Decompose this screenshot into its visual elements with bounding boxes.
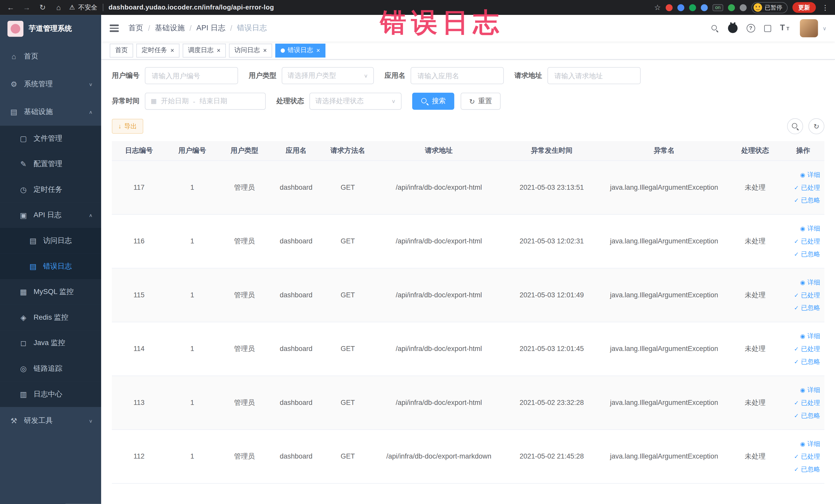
reset-button[interactable]: ↻ 重置 xyxy=(461,93,501,109)
sidebar-item[interactable]: ◷ 定时任务 xyxy=(0,177,101,203)
cell-user-id: 1 xyxy=(166,376,218,429)
app-logo[interactable]: 芋道管理系统 xyxy=(0,15,101,43)
select-caret-icon: ∨ xyxy=(364,73,368,79)
page-content: 用户编号 用户类型 请选择用户类型 ∨ 应用名 xyxy=(101,60,835,504)
processed-link[interactable]: ✓ 已处理 xyxy=(784,342,820,355)
user-type-select[interactable]: 请选择用户类型 ∨ xyxy=(282,67,374,84)
tab[interactable]: 调度日志 × xyxy=(183,43,226,57)
hamburger-icon[interactable] xyxy=(109,28,119,29)
back-icon[interactable]: ← xyxy=(5,3,16,12)
sidebar-item[interactable]: ▣ API 日志 ∧ xyxy=(0,202,101,228)
sidebar-item[interactable]: ▦ MySQL 监控 xyxy=(0,279,101,305)
ignored-link[interactable]: ✓ 已忽略 xyxy=(784,355,820,368)
extension-icon[interactable] xyxy=(701,4,708,11)
sidebar-item[interactable]: ◻ Java 监控 xyxy=(0,330,101,356)
breadcrumb-item[interactable]: 错误日志 xyxy=(237,23,267,33)
detail-link[interactable]: ◉ 详细 xyxy=(784,383,820,396)
extension-icon[interactable] xyxy=(728,4,735,11)
chevron-icon: ∨ xyxy=(89,418,93,423)
sidebar-item[interactable]: ⚙ 系统管理 ∨ xyxy=(0,70,101,98)
sidebar-item[interactable]: ◈ Redis 监控 xyxy=(0,305,101,330)
user-avatar[interactable] xyxy=(800,19,818,38)
cell-user-type: 管理员 xyxy=(219,268,270,322)
search-icon[interactable] xyxy=(711,24,719,32)
cell-user-id: 1 xyxy=(166,268,218,322)
detail-link[interactable]: ◉ 详细 xyxy=(784,276,820,288)
request-url-input[interactable] xyxy=(548,67,641,84)
processed-link[interactable]: ✓ 已处理 xyxy=(784,288,820,301)
processed-link[interactable]: ✓ 已处理 xyxy=(784,235,820,247)
avatar-caret-icon[interactable]: ∨ xyxy=(823,25,827,31)
bookmark-star-icon[interactable]: ☆ xyxy=(654,3,661,12)
tab-close-icon[interactable]: × xyxy=(263,47,267,54)
ignored-link[interactable]: ✓ 已忽略 xyxy=(784,247,820,260)
tab[interactable]: 首页 xyxy=(109,43,133,57)
security-badge[interactable]: ⚠ 不安全 xyxy=(69,3,97,12)
table-row: 112 1 管理员 dashboard GET /api/infra/db-do… xyxy=(112,429,824,483)
eye-icon: ◉ xyxy=(800,276,805,288)
forward-icon[interactable]: → xyxy=(21,3,32,12)
select-caret-icon: ∨ xyxy=(391,98,396,104)
breadcrumb-item[interactable]: 首页 xyxy=(128,23,143,33)
sidebar-item[interactable]: ▤ 基础设施 ∧ xyxy=(0,98,101,126)
font-size-icon[interactable] xyxy=(780,24,791,32)
cell-method: GET xyxy=(322,376,374,429)
toggle-search-button[interactable] xyxy=(787,118,803,134)
ignored-link[interactable]: ✓ 已忽略 xyxy=(784,301,820,314)
processed-link[interactable]: ✓ 已处理 xyxy=(784,396,820,409)
detail-link[interactable]: ◉ 详细 xyxy=(784,329,820,342)
search-button[interactable]: 搜索 xyxy=(412,93,454,109)
sidebar-item[interactable]: ⚒ 研发工具 ∨ xyxy=(0,407,101,435)
cell-method: GET xyxy=(322,268,374,322)
tab-label: 调度日志 xyxy=(188,46,213,55)
help-icon[interactable] xyxy=(747,24,755,32)
column-header: 异常名 xyxy=(599,141,729,160)
column-header: 处理状态 xyxy=(729,141,781,160)
sidebar-item[interactable]: ▥ 日志中心 xyxy=(0,381,101,407)
update-button[interactable]: 更新 xyxy=(792,2,816,13)
browser-menu-kebab-icon[interactable]: ⋮ xyxy=(821,3,830,11)
extension-on-badge[interactable]: on xyxy=(713,4,724,11)
extension-icon[interactable] xyxy=(740,4,747,11)
paused-badge[interactable]: 已暂停 xyxy=(751,2,788,13)
fullscreen-icon[interactable] xyxy=(764,25,771,32)
detail-link[interactable]: ◉ 详细 xyxy=(784,437,820,450)
ignored-link[interactable]: ✓ 已忽略 xyxy=(784,463,820,476)
export-button[interactable]: ↓ 导出 xyxy=(112,119,143,134)
tab[interactable]: 错误日志 × xyxy=(276,43,325,57)
ignored-link[interactable]: ✓ 已忽略 xyxy=(784,194,820,206)
breadcrumb-item[interactable]: API 日志 xyxy=(196,23,225,33)
refresh-button[interactable]: ↻ xyxy=(808,118,824,134)
app-name-input[interactable] xyxy=(411,67,504,84)
sidebar-item[interactable]: ▤ 错误日志 xyxy=(0,254,101,279)
tab-close-icon[interactable]: × xyxy=(316,47,320,54)
browser-home-icon[interactable]: ⌂ xyxy=(53,3,64,12)
process-status-select[interactable]: 请选择处理状态 ∨ xyxy=(309,93,402,109)
sidebar-item[interactable]: ▤ 访问日志 xyxy=(0,228,101,254)
extension-icon[interactable] xyxy=(666,4,673,11)
processed-link[interactable]: ✓ 已处理 xyxy=(784,181,820,194)
processed-link[interactable]: ✓ 已处理 xyxy=(784,450,820,463)
tab[interactable]: 定时任务 × xyxy=(136,43,179,57)
address-bar[interactable]: dashboard.yudao.iocoder.cn/infra/log/api… xyxy=(108,4,274,11)
user-id-input[interactable] xyxy=(145,67,238,84)
sidebar-item[interactable]: ⌂ 首页 xyxy=(0,43,101,70)
ignored-link[interactable]: ✓ 已忽略 xyxy=(784,409,820,422)
tab-close-icon[interactable]: × xyxy=(170,47,174,54)
reload-icon[interactable]: ↻ xyxy=(37,3,48,12)
tab-close-icon[interactable]: × xyxy=(216,47,221,54)
menu-label: 日志中心 xyxy=(34,389,62,399)
date-range-picker[interactable]: ▦ 开始日期 - 结束日期 xyxy=(145,93,266,109)
table-row: 116 1 管理员 dashboard GET /api/infra/db-do… xyxy=(112,214,824,268)
tab[interactable]: 访问日志 × xyxy=(229,43,272,57)
sidebar-item[interactable]: ▢ 文件管理 xyxy=(0,126,101,152)
detail-link[interactable]: ◉ 详细 xyxy=(784,168,820,181)
extension-icon[interactable] xyxy=(677,4,684,11)
detail-link[interactable]: ◉ 详细 xyxy=(784,222,820,235)
sidebar-item[interactable]: ✎ 配置管理 xyxy=(0,151,101,177)
github-icon[interactable] xyxy=(728,23,737,33)
breadcrumb-item[interactable]: 基础设施 xyxy=(155,23,185,33)
sidebar-item[interactable]: ◎ 链路追踪 xyxy=(0,356,101,382)
menu-label: Redis 监控 xyxy=(34,313,68,322)
extension-icon[interactable] xyxy=(689,4,696,11)
